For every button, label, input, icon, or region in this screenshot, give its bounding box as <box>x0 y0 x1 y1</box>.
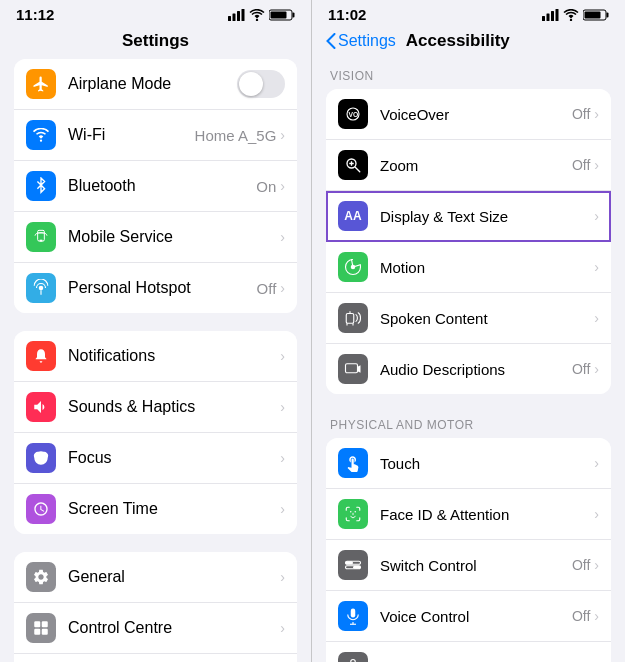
switch-control-right: Off › <box>572 557 599 573</box>
right-battery-icon <box>583 9 609 21</box>
row-hotspot[interactable]: Personal Hotspot Off › <box>14 263 297 313</box>
row-side-button[interactable]: Side Button › <box>326 642 611 662</box>
motion-icon <box>338 252 368 282</box>
faceid-label: Face ID & Attention <box>380 506 594 523</box>
general-icon <box>26 562 56 592</box>
voice-control-value: Off <box>572 608 590 624</box>
row-display-text[interactable]: AA Display & Text Size › <box>326 191 611 242</box>
general-chevron: › <box>280 569 285 585</box>
row-wifi[interactable]: Wi-Fi Home A_5G › <box>14 110 297 161</box>
audio-desc-value: Off <box>572 361 590 377</box>
row-bluetooth[interactable]: Bluetooth On › <box>14 161 297 212</box>
row-motion[interactable]: Motion › <box>326 242 611 293</box>
svg-rect-11 <box>40 240 43 242</box>
row-spoken[interactable]: Spoken Content › <box>326 293 611 344</box>
notifications-icon <box>26 341 56 371</box>
row-mobile[interactable]: Mobile Service › <box>14 212 297 263</box>
touch-right: › <box>594 455 599 471</box>
hotspot-right: Off › <box>257 280 285 297</box>
right-nav: Settings Accessibility <box>312 27 625 59</box>
airplane-content: Airplane Mode <box>68 70 285 98</box>
voice-control-chevron: › <box>594 608 599 624</box>
svg-rect-9 <box>38 230 45 241</box>
row-zoom[interactable]: Zoom Off › <box>326 140 611 191</box>
zoom-right: Off › <box>572 157 599 173</box>
battery-icon <box>269 9 295 21</box>
bluetooth-label: Bluetooth <box>68 177 136 195</box>
right-status-bar: 11:02 <box>312 0 625 27</box>
focus-content: Focus › <box>68 449 285 467</box>
row-switch-control[interactable]: Switch Control Off › <box>326 540 611 591</box>
switch-control-icon <box>338 550 368 580</box>
sounds-icon <box>26 392 56 422</box>
signal-icon <box>228 9 245 21</box>
svg-rect-22 <box>547 13 550 21</box>
row-voice-control[interactable]: Voice Control Off › <box>326 591 611 642</box>
svg-point-4 <box>256 18 258 20</box>
settings-group-1: Airplane Mode Wi-Fi Home A_5G › <box>14 59 297 313</box>
screentime-chevron: › <box>280 501 285 517</box>
row-general[interactable]: General › <box>14 552 297 603</box>
row-sounds[interactable]: Sounds & Haptics › <box>14 382 297 433</box>
spoken-right: › <box>594 310 599 326</box>
switch-control-value: Off <box>572 557 590 573</box>
row-screen-time[interactable]: Screen Time › <box>14 484 297 534</box>
svg-rect-27 <box>607 12 609 17</box>
wifi-row-icon <box>26 120 56 150</box>
bluetooth-content: Bluetooth On › <box>68 177 285 195</box>
control-centre-chevron: › <box>280 620 285 636</box>
row-display[interactable]: Display & Brightness › <box>14 654 297 662</box>
faceid-right: › <box>594 506 599 522</box>
control-centre-icon <box>26 613 56 643</box>
display-text-icon: AA <box>338 201 368 231</box>
svg-rect-36 <box>346 314 354 324</box>
focus-icon <box>26 443 56 473</box>
spoken-label: Spoken Content <box>380 310 594 327</box>
airplane-icon <box>26 69 56 99</box>
bluetooth-value: On <box>256 178 276 195</box>
bluetooth-right: On › <box>256 178 285 195</box>
mobile-label: Mobile Service <box>68 228 173 246</box>
row-audio-desc[interactable]: Audio Descriptions Off › <box>326 344 611 394</box>
vision-section-label: VISION <box>326 59 611 89</box>
back-button[interactable]: Settings <box>326 32 396 50</box>
row-airplane[interactable]: Airplane Mode <box>14 59 297 110</box>
row-touch[interactable]: Touch › <box>326 438 611 489</box>
bluetooth-row-icon <box>26 171 56 201</box>
touch-label: Touch <box>380 455 594 472</box>
audio-desc-right: Off › <box>572 361 599 377</box>
focus-label: Focus <box>68 449 112 467</box>
row-voiceover[interactable]: VO VoiceOver Off › <box>326 89 611 140</box>
row-control-centre[interactable]: Control Centre › <box>14 603 297 654</box>
voiceover-chevron: › <box>594 106 599 122</box>
motion-right: › <box>594 259 599 275</box>
voiceover-value: Off <box>572 106 590 122</box>
voice-control-icon <box>338 601 368 631</box>
mobile-chevron: › <box>280 229 285 245</box>
svg-text:VO: VO <box>349 111 359 118</box>
voiceover-icon: VO <box>338 99 368 129</box>
hotspot-label: Personal Hotspot <box>68 279 191 297</box>
row-notifications[interactable]: Notifications › <box>14 331 297 382</box>
switch-control-chevron: › <box>594 557 599 573</box>
svg-rect-16 <box>34 629 40 635</box>
wifi-chevron: › <box>280 127 285 143</box>
airplane-toggle[interactable] <box>237 70 285 98</box>
svg-rect-23 <box>551 11 554 21</box>
right-status-icons <box>542 9 609 21</box>
audio-desc-chevron: › <box>594 361 599 377</box>
side-button-label: Side Button <box>380 659 594 663</box>
audio-desc-icon <box>338 354 368 384</box>
svg-rect-14 <box>34 621 40 627</box>
svg-rect-28 <box>585 11 601 18</box>
row-faceid[interactable]: Face ID & Attention › <box>326 489 611 540</box>
row-focus[interactable]: Focus › <box>14 433 297 484</box>
svg-point-8 <box>40 140 42 142</box>
hotspot-value: Off <box>257 280 277 297</box>
wifi-label: Wi-Fi <box>68 126 105 144</box>
control-centre-content: Control Centre › <box>68 619 285 637</box>
right-content: VISION VO VoiceOver Off › Zoom <box>312 59 625 662</box>
left-status-bar: 11:12 <box>0 0 311 27</box>
screentime-label: Screen Time <box>68 500 158 518</box>
svg-rect-7 <box>271 11 287 18</box>
